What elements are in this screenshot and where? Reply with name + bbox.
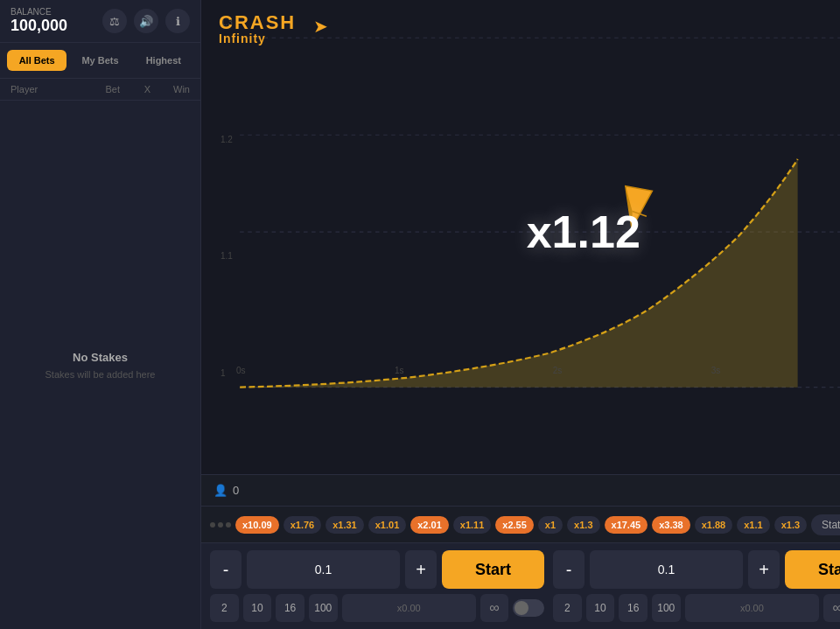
col-header-player: Player bbox=[10, 84, 76, 94]
start-btn-2[interactable]: Start bbox=[785, 550, 840, 589]
infinity-btn-1[interactable]: ∞ bbox=[480, 594, 508, 622]
history-badge-8[interactable]: x1.3 bbox=[567, 516, 599, 534]
no-stakes-title: No Stakes bbox=[73, 351, 128, 364]
sound-icon-btn[interactable]: 🔊 bbox=[134, 9, 158, 33]
multiplier-display: x1.12 bbox=[527, 206, 640, 258]
history-row: x10.09 x1.76 x1.31 x1.01 x2.01 x1.11 x2.… bbox=[201, 506, 840, 542]
toggle-btn-1[interactable] bbox=[513, 599, 544, 617]
history-dot-1 bbox=[210, 522, 215, 528]
history-badge-13[interactable]: x1.3 bbox=[774, 516, 807, 534]
table-header: Player Bet X Win bbox=[0, 79, 200, 101]
history-badge-12[interactable]: x1.1 bbox=[737, 516, 769, 534]
controls-row: - + Start 2 10 16 100 ∞ bbox=[201, 542, 840, 629]
toggle-knob-1 bbox=[514, 601, 528, 615]
history-badge-6[interactable]: x2.55 bbox=[495, 516, 534, 534]
sidebar: Balance 100,000 ⚖ 🔊 ℹ All Bets My Bets H… bbox=[0, 0, 201, 629]
quick-10-2[interactable]: 10 bbox=[586, 594, 615, 622]
history-badge-11[interactable]: x1.88 bbox=[695, 516, 733, 534]
start-btn-1[interactable]: Start bbox=[442, 550, 544, 589]
right-content: CRASH Infinity ➤ bbox=[201, 0, 840, 629]
game-area: CRASH Infinity ➤ bbox=[201, 0, 840, 474]
balance-info: Balance 100,000 bbox=[10, 7, 67, 35]
tab-all-bets[interactable]: All Bets bbox=[7, 50, 66, 71]
players-count: 👤 0 bbox=[214, 484, 239, 497]
minus-btn-1[interactable]: - bbox=[210, 550, 242, 589]
status-bar: 👤 0 #319791 bbox=[201, 474, 840, 506]
history-dots bbox=[210, 522, 231, 528]
bet-panel-1: - + Start 2 10 16 100 ∞ bbox=[210, 550, 544, 622]
statistics-button[interactable]: Statistics ↗ bbox=[811, 514, 840, 535]
quick-16-1[interactable]: 16 bbox=[276, 594, 304, 622]
crash-text: CRASH bbox=[219, 13, 296, 32]
minus-btn-2[interactable]: - bbox=[553, 550, 584, 589]
col-header-win: Win bbox=[150, 84, 190, 94]
chart-svg bbox=[210, 9, 840, 426]
info-icon-btn[interactable]: ℹ bbox=[165, 9, 190, 33]
quick-amounts-1: 2 10 16 100 bbox=[210, 594, 338, 622]
quick-16-2[interactable]: 16 bbox=[619, 594, 648, 622]
tabs-row: All Bets My Bets Highest bbox=[0, 43, 200, 79]
person-icon: 👤 bbox=[214, 484, 228, 497]
chart-container: 1.3 1.2 1.1 1 0s 1s 2s 3s 4s bbox=[210, 9, 840, 426]
quick-100-1[interactable]: 100 bbox=[309, 594, 338, 622]
history-badge-1[interactable]: x1.76 bbox=[284, 516, 322, 534]
balance-label: Balance bbox=[10, 7, 67, 17]
history-badge-3[interactable]: x1.01 bbox=[368, 516, 407, 534]
no-stakes-area: No Stakes Stakes will be added here bbox=[0, 101, 200, 629]
tab-highest[interactable]: Highest bbox=[134, 50, 193, 71]
plus-btn-2[interactable]: + bbox=[748, 550, 780, 589]
balance-bar: Balance 100,000 ⚖ 🔊 ℹ bbox=[0, 0, 200, 43]
bet-input-row-1: - + Start bbox=[210, 550, 544, 589]
history-dot-3 bbox=[226, 522, 231, 528]
auto-input-1[interactable] bbox=[342, 594, 477, 622]
balance-icon-btn[interactable]: ⚖ bbox=[102, 9, 127, 33]
quick-10-1[interactable]: 10 bbox=[243, 594, 272, 622]
tab-my-bets[interactable]: My Bets bbox=[70, 50, 130, 71]
history-badge-4[interactable]: x2.01 bbox=[410, 516, 449, 534]
crash-logo: CRASH Infinity bbox=[219, 13, 296, 45]
quick-100-2[interactable]: 100 bbox=[652, 594, 681, 622]
no-stakes-sub: Stakes will be added here bbox=[46, 369, 156, 380]
bet-value-2[interactable] bbox=[590, 550, 743, 589]
col-header-bet: Bet bbox=[76, 84, 120, 94]
infinity-btn-2[interactable]: ∞ bbox=[823, 594, 840, 622]
plus-btn-1[interactable]: + bbox=[405, 550, 437, 589]
history-dot-2 bbox=[218, 522, 223, 528]
history-badge-9[interactable]: x17.45 bbox=[605, 516, 648, 534]
history-badge-7[interactable]: x1 bbox=[538, 516, 563, 534]
history-badge-5[interactable]: x1.11 bbox=[453, 516, 492, 534]
quick-amounts-2: 2 10 16 100 bbox=[553, 594, 681, 622]
bet-panel-2: - + Start 2 10 16 100 ∞ bbox=[553, 550, 840, 622]
bet-input-row-2: - + Start bbox=[553, 550, 840, 589]
history-badge-0[interactable]: x10.09 bbox=[235, 516, 279, 534]
bet-value-1[interactable] bbox=[247, 550, 400, 589]
balance-amount: 100,000 bbox=[10, 17, 67, 35]
players-number: 0 bbox=[233, 484, 239, 497]
history-badge-10[interactable]: x3.38 bbox=[652, 516, 690, 534]
col-header-x: X bbox=[120, 84, 150, 94]
balance-icons: ⚖ 🔊 ℹ bbox=[102, 9, 190, 33]
history-badge-2[interactable]: x1.31 bbox=[326, 516, 364, 534]
crash-logo-text: CRASH Infinity bbox=[219, 13, 296, 45]
statistics-label: Statistics bbox=[822, 519, 840, 531]
infinity-text: Infinity bbox=[219, 32, 296, 45]
auto-input-2[interactable] bbox=[685, 594, 820, 622]
quick-2-2[interactable]: 2 bbox=[553, 594, 582, 622]
quick-2-1[interactable]: 2 bbox=[210, 594, 239, 622]
